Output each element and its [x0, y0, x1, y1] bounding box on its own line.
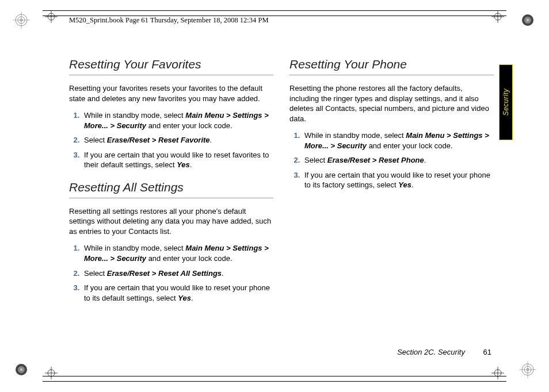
- heading-reset-phone: Resetting Your Phone: [289, 57, 494, 71]
- heading-reset-all-settings: Resetting All Settings: [69, 180, 273, 194]
- registration-mark-icon: [519, 11, 536, 31]
- step-item: Select Erase/Reset > Reset All Settings.: [82, 268, 273, 279]
- step-item: While in standby mode, select Main Menu …: [82, 243, 273, 263]
- right-column: Resetting Your Phone Resetting the phone…: [289, 57, 494, 313]
- step-item: While in standby mode, select Main Menu …: [82, 110, 273, 130]
- steps-list: While in standby mode, select Main Menu …: [289, 130, 494, 190]
- step-item: If you are certain that you would like t…: [302, 170, 494, 190]
- page-number: 61: [483, 348, 491, 356]
- heading-rule: [69, 75, 273, 75]
- svg-point-7: [527, 19, 529, 21]
- page-footer: Section 2C. Security 61: [397, 348, 491, 356]
- step-item: While in standby mode, select Main Menu …: [302, 130, 494, 151]
- left-column: Resetting Your Favorites Resetting your …: [69, 57, 273, 313]
- section-tab-label: Security: [502, 89, 510, 116]
- intro-text: Resetting the phone restores all the fac…: [289, 83, 494, 124]
- heading-rule: [289, 75, 494, 75]
- registration-mark-icon: [519, 361, 536, 381]
- intro-text: Resetting your favorites resets your fav…: [69, 83, 273, 103]
- header-meta-text: M520_Sprint.book Page 61 Thursday, Septe…: [69, 16, 269, 25]
- step-item: If you are certain that you would like t…: [82, 283, 273, 303]
- step-item: Select Erase/Reset > Reset Phone.: [302, 155, 494, 166]
- steps-list: While in standby mode, select Main Menu …: [69, 243, 273, 303]
- step-item: If you are certain that you would like t…: [82, 150, 273, 170]
- intro-text: Resetting all settings restores all your…: [69, 206, 273, 237]
- heading-reset-favorites: Resetting Your Favorites: [69, 57, 273, 71]
- heading-rule: [69, 198, 273, 198]
- registration-mark-icon: [13, 361, 30, 381]
- steps-list: While in standby mode, select Main Menu …: [69, 110, 273, 170]
- crop-mark-bottom: [43, 370, 506, 382]
- svg-point-10: [20, 368, 22, 371]
- crosshair-icon: [45, 367, 58, 382]
- page-content: Resetting Your Favorites Resetting your …: [69, 57, 495, 313]
- registration-mark-icon: [13, 11, 30, 31]
- step-item: Select Erase/Reset > Reset Favorite.: [82, 135, 273, 145]
- footer-section: Section 2C. Security: [397, 348, 465, 356]
- crosshair-icon: [491, 367, 504, 382]
- section-tab-security: Security: [499, 64, 513, 140]
